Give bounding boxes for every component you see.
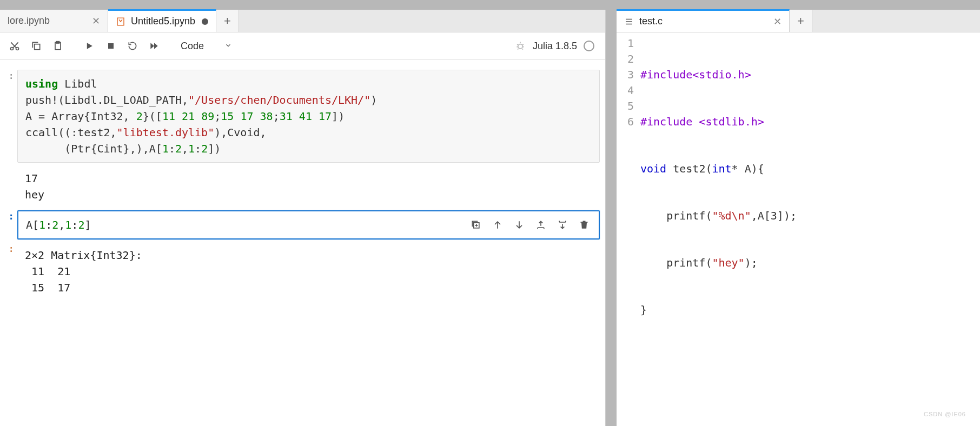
- run-all-button[interactable]: [145, 37, 163, 55]
- line-gutter: 1 2 3 4 5 6: [617, 36, 640, 426]
- editor-panel: test.c ✕ + 1 2 3 4 5 6 #include<stdio.h>…: [617, 10, 980, 426]
- debug-button[interactable]: [511, 37, 529, 55]
- code-editor[interactable]: 1 2 3 4 5 6 #include<stdio.h> #include <…: [617, 32, 980, 426]
- cell-output: 17 hey: [17, 166, 600, 207]
- text-file-icon: [624, 17, 634, 26]
- editor-tab-bar: test.c ✕ +: [617, 10, 980, 32]
- tab-untitled5[interactable]: Untitled5.ipynb: [108, 9, 216, 32]
- close-icon[interactable]: ✕: [773, 16, 782, 28]
- tab-label: lore.ipynb: [8, 15, 50, 26]
- output-prompt: :: [5, 243, 17, 300]
- watermark: CSDN @IE06: [924, 411, 966, 417]
- cell-type-label: Code: [181, 41, 204, 52]
- delete-icon[interactable]: [577, 218, 591, 232]
- tab-label: Untitled5.ipynb: [131, 16, 195, 27]
- kernel-name: Julia 1.8.5: [533, 41, 577, 52]
- kernel-status-icon: [584, 41, 594, 51]
- output-cell: : 2×2 Matrix{Int32}: 11 21 15 17: [5, 243, 600, 300]
- code-input[interactable]: using Libdl push!(Libdl.DL_LOAD_PATH,"/U…: [17, 70, 600, 163]
- svg-rect-6: [108, 43, 114, 49]
- notebook-icon: [116, 17, 125, 26]
- cell-type-select[interactable]: Code: [175, 38, 237, 54]
- notebook-toolbar: Code Julia 1.8.5: [0, 32, 605, 60]
- code-input[interactable]: A[1:2,1:2]: [17, 210, 600, 239]
- cell-output: 2×2 Matrix{Int32}: 11 21 15 17: [17, 243, 600, 300]
- notebook-tab-bar: lore.ipynb ✕ Untitled5.ipynb +: [0, 10, 605, 32]
- kernel-info[interactable]: Julia 1.8.5: [533, 41, 600, 52]
- code-cell[interactable]: : using Libdl push!(Libdl.DL_LOAD_PATH,"…: [5, 70, 600, 163]
- restart-button[interactable]: [123, 37, 142, 55]
- tab-lore[interactable]: lore.ipynb ✕: [0, 10, 108, 32]
- move-down-icon[interactable]: [512, 218, 526, 232]
- new-tab-button[interactable]: +: [790, 10, 812, 32]
- input-prompt: :: [5, 210, 17, 239]
- duplicate-icon[interactable]: [469, 218, 483, 232]
- copy-button[interactable]: [27, 37, 45, 55]
- cell-toolbar: [469, 218, 591, 232]
- paste-button[interactable]: [49, 37, 67, 55]
- input-prompt: :: [5, 70, 17, 163]
- chevron-down-icon: [224, 41, 232, 52]
- tab-test-c[interactable]: test.c ✕: [617, 9, 790, 32]
- dirty-indicator-icon: [202, 18, 208, 25]
- code-cell-selected[interactable]: : A[1:2,1:2]: [5, 210, 600, 239]
- insert-above-icon[interactable]: [534, 218, 548, 232]
- stop-button[interactable]: [102, 37, 120, 55]
- tab-label: test.c: [639, 16, 663, 27]
- run-button[interactable]: [80, 37, 98, 55]
- svg-point-1: [11, 48, 14, 50]
- notebook-panel: lore.ipynb ✕ Untitled5.ipynb + Code: [0, 10, 606, 426]
- move-up-icon[interactable]: [491, 218, 505, 232]
- new-tab-button[interactable]: +: [216, 10, 239, 32]
- output-cell: 17 hey: [5, 166, 600, 207]
- notebook-body[interactable]: : using Libdl push!(Libdl.DL_LOAD_PATH,"…: [0, 60, 605, 426]
- svg-rect-3: [35, 44, 40, 50]
- insert-below-icon[interactable]: [555, 218, 570, 232]
- cut-button[interactable]: [5, 37, 24, 55]
- svg-point-2: [16, 48, 19, 50]
- svg-point-7: [518, 44, 522, 49]
- close-icon[interactable]: ✕: [92, 15, 100, 27]
- code-content[interactable]: #include<stdio.h> #include <stdlib.h> vo…: [640, 36, 797, 426]
